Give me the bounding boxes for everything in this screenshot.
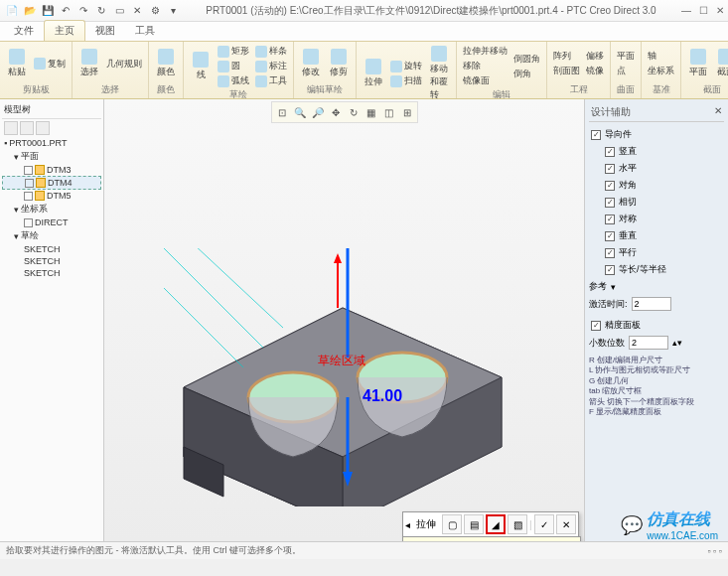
extrude-button[interactable]: 拉伸 xyxy=(361,57,386,90)
geom-rules-button[interactable]: 几何规则 xyxy=(104,57,144,72)
round-button[interactable]: 倒圆角 xyxy=(511,52,542,67)
tree-direct-csys[interactable]: DIRECT xyxy=(2,216,101,228)
tree-sketch2[interactable]: SKETCH xyxy=(2,255,101,267)
decimals-input[interactable] xyxy=(629,336,668,350)
window-icon[interactable]: ▭ xyxy=(111,3,127,19)
open-file-icon[interactable]: 📂 xyxy=(22,3,38,19)
mirror-face-button[interactable]: 镜像面 xyxy=(461,73,510,88)
tab-tools[interactable]: 工具 xyxy=(125,21,165,41)
extrude-option-button[interactable]: ▧ xyxy=(508,514,527,534)
section2-button[interactable]: 截面 xyxy=(713,47,728,80)
zoom-out-icon[interactable]: 🔎 xyxy=(310,104,326,120)
select-button[interactable]: 选择 xyxy=(76,47,102,80)
paste-button[interactable]: 粘贴 xyxy=(4,47,30,80)
dimension-value[interactable]: 41.00 xyxy=(363,387,402,405)
tree-tool-1[interactable] xyxy=(4,121,18,135)
tree-root[interactable]: ▪PRT0001.PRT xyxy=(2,137,101,149)
checkbox-icon[interactable] xyxy=(25,179,34,188)
zoom-fit-icon[interactable]: ⊡ xyxy=(274,104,290,120)
chevron-down-icon[interactable]: ▾ xyxy=(611,282,616,292)
checkbox-icon[interactable] xyxy=(24,166,33,175)
chevron-left-icon[interactable]: ◂ xyxy=(405,519,410,530)
refresh-icon[interactable]: ↻ xyxy=(93,3,109,19)
checkbox-icon[interactable] xyxy=(24,218,33,227)
rect-button[interactable]: 矩形 xyxy=(216,44,251,59)
sketch-tool-button[interactable]: 工具 xyxy=(253,73,289,88)
perpendicular-checkbox[interactable]: 垂直 xyxy=(589,227,724,244)
spinner-icon[interactable]: ▴▾ xyxy=(672,338,682,348)
cancel-button[interactable]: ✕ xyxy=(556,514,576,534)
csys-button[interactable]: 坐标系 xyxy=(646,64,676,78)
close-panel-icon[interactable]: ✕ xyxy=(714,105,722,119)
parallel-checkbox[interactable]: 平行 xyxy=(589,244,724,261)
mirror-button[interactable]: 镜像 xyxy=(584,64,606,78)
trim-button[interactable]: 修剪 xyxy=(326,47,352,80)
minimize-icon[interactable]: — xyxy=(681,5,691,16)
extrude-cut-button[interactable]: ◢ xyxy=(486,514,506,534)
point-button[interactable]: 点 xyxy=(615,64,637,78)
diagonal-checkbox[interactable]: 对角 xyxy=(589,177,724,194)
circle-button[interactable]: 圆 xyxy=(216,59,251,73)
remove-button[interactable]: 移除 xyxy=(461,59,510,73)
color-button[interactable]: 颜色 xyxy=(153,47,179,80)
3d-viewport[interactable]: ⊡ 🔍 🔎 ✥ ↻ ▦ ◫ ⊞ xyxy=(104,99,584,541)
sweep-button[interactable]: 扫描 xyxy=(388,73,424,88)
tree-sketch1[interactable]: SKETCH xyxy=(2,243,101,255)
vertical-checkbox[interactable]: 竖直 xyxy=(589,143,724,160)
tab-file[interactable]: 文件 xyxy=(4,21,44,41)
tree-dtm5[interactable]: DTM5 xyxy=(2,190,101,202)
ref-button[interactable]: 标注 xyxy=(253,59,289,73)
modify-button[interactable]: 修改 xyxy=(298,47,324,80)
extrude-solid-button[interactable]: ▢ xyxy=(442,514,462,534)
tree-dtm4[interactable]: DTM4 xyxy=(2,176,101,190)
pan-icon[interactable]: ✥ xyxy=(328,104,344,120)
guides-checkbox[interactable]: 导向件 xyxy=(589,126,724,143)
tab-home[interactable]: 主页 xyxy=(44,20,85,41)
tree-sketch3[interactable]: SKETCH xyxy=(2,267,101,279)
axis-button[interactable]: 轴 xyxy=(646,49,676,64)
spline-button[interactable]: 样条 xyxy=(253,44,289,59)
rotate-button[interactable]: 旋转 xyxy=(388,59,424,73)
new-file-icon[interactable]: 📄 xyxy=(4,3,20,19)
tree-dtm3[interactable]: DTM3 xyxy=(2,164,101,176)
close-window-icon[interactable]: ✕ xyxy=(129,3,145,19)
equal-length-checkbox[interactable]: 等长/等半径 xyxy=(589,261,724,278)
checkbox-icon[interactable] xyxy=(24,192,33,201)
dropdown-icon[interactable]: ▾ xyxy=(165,3,181,19)
tab-view[interactable]: 视图 xyxy=(85,21,125,41)
section-button[interactable]: 剖面图 xyxy=(551,64,582,78)
precision-panel-checkbox[interactable]: 精度面板 xyxy=(589,317,724,334)
tree-tool-2[interactable] xyxy=(20,121,34,135)
rotate-view-icon[interactable]: ↻ xyxy=(346,104,362,120)
tree-tool-3[interactable] xyxy=(36,121,50,135)
undo-icon[interactable]: ↶ xyxy=(58,3,73,19)
pattern-button[interactable]: 阵列 xyxy=(551,49,582,64)
close-icon[interactable]: ✕ xyxy=(716,5,724,16)
line-button[interactable]: 线 xyxy=(188,50,214,83)
chamfer-button[interactable]: 倒角 xyxy=(511,67,542,81)
move-rotate-button[interactable]: 移动和覆转 xyxy=(426,44,452,103)
settings-icon[interactable]: ⚙ xyxy=(147,3,163,19)
datum-display-icon[interactable]: ◫ xyxy=(381,104,397,120)
tree-sketch-group[interactable]: ▾ 草绘 xyxy=(2,228,101,243)
activate-time-input[interactable] xyxy=(632,297,671,311)
maximize-icon[interactable]: ☐ xyxy=(699,5,708,16)
display-style-icon[interactable]: ▦ xyxy=(364,104,379,120)
save-icon[interactable]: 💾 xyxy=(40,3,56,19)
check-button[interactable]: ✓ xyxy=(534,514,554,534)
arc-button[interactable]: 弧线 xyxy=(216,73,251,88)
redo-icon[interactable]: ↷ xyxy=(75,3,91,19)
plane-button[interactable]: 平面 xyxy=(615,49,637,64)
offset2-button[interactable]: 偏移 xyxy=(584,49,606,64)
zoom-in-icon[interactable]: 🔍 xyxy=(292,104,308,120)
tree-datum-group[interactable]: ▾ 平面 xyxy=(2,149,101,164)
symmetry-checkbox[interactable]: 对称 xyxy=(589,211,724,227)
tree-csys-group[interactable]: ▾ 坐标系 xyxy=(2,202,101,216)
horizontal-checkbox[interactable]: 水平 xyxy=(589,160,724,177)
view-manager-icon[interactable]: ⊞ xyxy=(399,104,415,120)
plane2-button[interactable]: 平面 xyxy=(685,47,711,80)
offset-button[interactable]: 拉伸并移动 xyxy=(461,44,510,59)
extrude-surface-button[interactable]: ▤ xyxy=(464,514,484,534)
tangent-checkbox[interactable]: 相切 xyxy=(589,194,724,211)
copy-button[interactable]: 复制 xyxy=(32,57,68,72)
